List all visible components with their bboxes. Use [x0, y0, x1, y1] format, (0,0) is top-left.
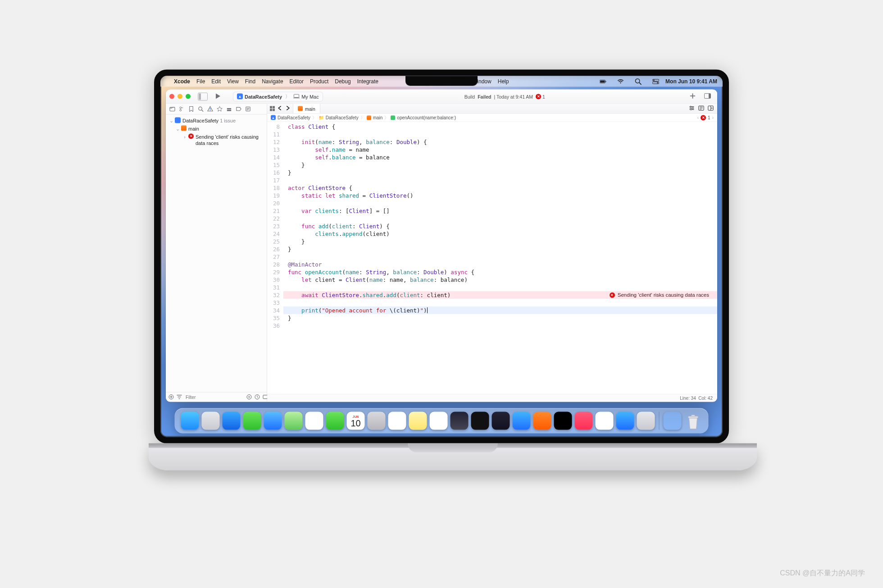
- source-editor[interactable]: 8111213141516171819202122232425262728293…: [267, 122, 717, 394]
- swift-file-icon: [181, 126, 187, 131]
- editor-layout-icon[interactable]: [698, 105, 704, 112]
- menu-help[interactable]: Help: [498, 78, 509, 85]
- error-icon: ✕: [701, 115, 706, 120]
- svg-rect-20: [227, 110, 231, 111]
- dock-mail[interactable]: [264, 412, 282, 430]
- jump-bar[interactable]: ▲ DataRaceSafety〉 📁 DataRaceSafety〉 main…: [267, 114, 717, 122]
- dock-photos[interactable]: [305, 412, 323, 430]
- dock-reminders[interactable]: [388, 412, 406, 430]
- nav-bookmark-icon[interactable]: [188, 106, 194, 112]
- dock-appletv[interactable]: [554, 412, 572, 430]
- nav-report-icon[interactable]: [245, 106, 251, 112]
- issue-tree[interactable]: ⌄ DataRaceSafety 1 issue ⌄ main ›✕ Sendi…: [166, 115, 267, 392]
- dock-calendar[interactable]: JUN10: [347, 412, 365, 430]
- notch: [405, 76, 478, 86]
- menu-navigate[interactable]: Navigate: [262, 78, 283, 85]
- nav-source-icon[interactable]: [179, 106, 185, 112]
- dock-swift-playgrounds[interactable]: [533, 412, 551, 430]
- search-icon[interactable]: [635, 78, 642, 85]
- related-items-icon[interactable]: [270, 106, 275, 111]
- dock[interactable]: JUN10: [175, 408, 709, 434]
- tree-file-row[interactable]: ⌄ main: [166, 125, 267, 133]
- filter-recent-icon[interactable]: [255, 394, 260, 400]
- dock-downloads[interactable]: [664, 412, 682, 430]
- dock-tv[interactable]: [471, 412, 489, 430]
- dock-launchpad[interactable]: [202, 412, 220, 430]
- menubar-clock[interactable]: Mon Jun 10 9:41 AM: [665, 78, 717, 85]
- nav-issue-icon[interactable]: [207, 106, 213, 112]
- menu-view[interactable]: View: [227, 78, 239, 85]
- back-icon[interactable]: [278, 106, 282, 112]
- filter-input[interactable]: [185, 394, 244, 400]
- dock-contacts[interactable]: [368, 412, 386, 430]
- dock-finder[interactable]: [181, 412, 199, 430]
- scheme-selector[interactable]: ▲DataRaceSafety 〉 My Mac: [233, 91, 323, 101]
- svg-rect-17: [210, 108, 210, 109]
- code[interactable]: class Client { init(name: String, balanc…: [283, 122, 717, 394]
- zoom-icon[interactable]: [186, 94, 191, 99]
- toggle-right-panel-icon[interactable]: [701, 93, 714, 100]
- svg-point-16: [199, 107, 202, 110]
- filter-errors-icon[interactable]: [246, 394, 252, 400]
- svg-line-4: [639, 82, 641, 84]
- tree-issue-row[interactable]: ›✕ Sending 'client' risks causing data r…: [166, 133, 267, 147]
- dock-safari[interactable]: [223, 412, 241, 430]
- menu-find[interactable]: Find: [245, 78, 255, 85]
- nav-debug-icon[interactable]: [226, 106, 232, 112]
- dock-freeform[interactable]: [430, 412, 448, 430]
- dock-music[interactable]: [575, 412, 593, 430]
- inline-error[interactable]: ✕Sending 'client' risks causing data rac…: [605, 291, 714, 299]
- forward-icon[interactable]: [285, 106, 290, 112]
- dock-maps[interactable]: [285, 412, 303, 430]
- menu-editor[interactable]: Editor: [290, 78, 304, 85]
- adjust-options-icon[interactable]: [689, 105, 695, 112]
- keyboard-deck: [149, 443, 757, 470]
- watermark: CSDN @自不量力的A同学: [780, 569, 865, 578]
- dock-settings[interactable]: [637, 412, 655, 430]
- menu-file[interactable]: File: [196, 78, 205, 85]
- nav-test-icon[interactable]: [217, 106, 223, 112]
- wifi-icon[interactable]: [617, 78, 624, 85]
- svg-rect-18: [210, 110, 210, 110]
- menu-edit[interactable]: Edit: [211, 78, 221, 85]
- dock-appstore2[interactable]: [616, 412, 634, 430]
- dock-messages[interactable]: [243, 412, 261, 430]
- add-button[interactable]: [687, 93, 699, 100]
- tree-project-row[interactable]: ⌄ DataRaceSafety 1 issue: [166, 117, 267, 125]
- build-status[interactable]: Build Failed | Today at 9:41 AM ✕1: [464, 94, 545, 99]
- dock-facetime[interactable]: [326, 412, 344, 430]
- editor-tab[interactable]: main: [293, 104, 320, 113]
- svg-point-14: [180, 107, 182, 109]
- toggle-left-panel-icon[interactable]: [198, 92, 208, 100]
- navigator-selector: [166, 104, 267, 115]
- svg-rect-10: [293, 98, 300, 98]
- minimize-icon[interactable]: [178, 94, 182, 99]
- close-icon[interactable]: [169, 94, 174, 99]
- error-icon: ✕: [188, 134, 194, 139]
- menu-debug[interactable]: Debug: [335, 78, 350, 85]
- dock-notes[interactable]: [409, 412, 427, 430]
- add-editor-icon[interactable]: [708, 105, 714, 112]
- dock-news[interactable]: [596, 412, 614, 430]
- svg-point-27: [692, 108, 693, 109]
- filter-icon[interactable]: [177, 394, 182, 400]
- filter-add-icon[interactable]: [168, 394, 174, 400]
- scheme-name: DataRaceSafety: [245, 94, 282, 99]
- dock-trash[interactable]: [684, 412, 702, 430]
- destination-name: My Mac: [301, 94, 319, 99]
- svg-point-26: [690, 106, 691, 107]
- dock-image-playground[interactable]: [451, 412, 469, 430]
- nav-project-icon[interactable]: [169, 106, 175, 112]
- nav-find-icon[interactable]: [198, 106, 204, 112]
- window-controls[interactable]: [169, 94, 191, 99]
- menu-integrate[interactable]: Integrate: [357, 78, 378, 85]
- nav-breakpoint-icon[interactable]: [236, 106, 241, 112]
- app-menu[interactable]: Xcode: [174, 78, 190, 85]
- dock-appstore[interactable]: [513, 412, 531, 430]
- run-button[interactable]: [214, 92, 221, 100]
- control-center-icon[interactable]: [652, 78, 659, 85]
- dock-xcode[interactable]: [492, 412, 510, 430]
- menu-product[interactable]: Product: [310, 78, 328, 85]
- svg-point-8: [657, 82, 658, 83]
- battery-icon[interactable]: [600, 78, 606, 85]
